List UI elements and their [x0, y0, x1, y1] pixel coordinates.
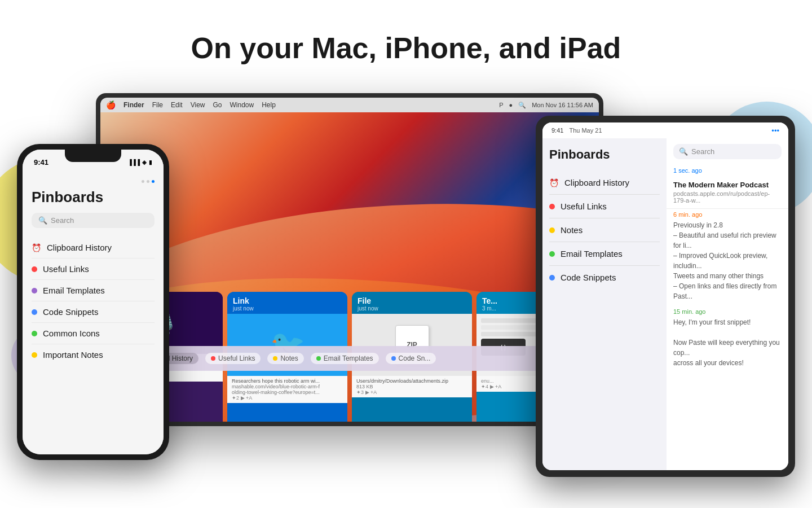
finder-menu[interactable]: Finder: [123, 101, 144, 109]
iphone-nav-code[interactable]: Code Snippets: [32, 301, 155, 323]
ipad-nav-email[interactable]: Email Templates: [549, 242, 660, 266]
notes-dot: [549, 227, 555, 233]
iphone-screen: 9:41 ▐▐▐ ◈ ▮ Pinboards: [23, 150, 164, 454]
clock-icon: ⏰: [32, 243, 41, 252]
ipad-nav-links[interactable]: Useful Links: [549, 195, 660, 218]
help-menu[interactable]: Help: [262, 101, 276, 109]
edit-menu[interactable]: Edit: [171, 101, 183, 109]
go-menu[interactable]: Go: [213, 101, 222, 109]
snippet-1-url: podcasts.apple.com/ru/podcast/ep-179-a-w…: [673, 190, 782, 204]
macbook-outer: 🍎 Finder File Edit View Go Window Help P…: [96, 93, 603, 426]
nav-label-code: Code Snippets: [43, 307, 98, 317]
ipad-nav-label-code: Code Snippets: [561, 273, 616, 282]
email-dot: [316, 356, 321, 361]
iphone-outer: 9:41 ▐▐▐ ◈ ▮ Pinboards: [17, 144, 169, 460]
menubar-right: P ● 🔍 Mon Nov 16 11:56 AM: [499, 102, 593, 109]
important-dot: [32, 352, 37, 358]
ipad-body: Pinboards ⏰ Clipboard History Useful Lin…: [542, 138, 788, 470]
search-icon[interactable]: 🔍: [518, 102, 526, 109]
ipad-snippet-3[interactable]: Hey, I'm your first snippet! Now Paste w…: [667, 317, 788, 373]
iphone-search-bar[interactable]: 🔍 Search: [32, 213, 155, 228]
code-dot: [549, 275, 555, 281]
view-menu[interactable]: View: [191, 101, 205, 109]
ipad-search-bar[interactable]: 🔍 Search: [673, 144, 782, 159]
email-dot: [549, 251, 555, 257]
ipad-statusbar: 9:41 Thu May 21 •••: [542, 122, 788, 138]
ipad-search-placeholder: Search: [691, 147, 714, 156]
code-dot: [32, 309, 37, 315]
code-tab-label: Code Sn...: [399, 354, 431, 362]
snippet-1-title: The Modern Maker Podcast: [673, 181, 782, 189]
iphone-time: 9:41: [34, 158, 48, 167]
macbook-screen: 🍎 Finder File Edit View Go Window Help P…: [100, 98, 599, 422]
clock-datetime: Mon Nov 16 11:56 AM: [532, 102, 593, 108]
links-dot: [32, 266, 37, 272]
toolbar-tab-email[interactable]: Email Templates: [311, 353, 379, 364]
nav-label-icons: Common Icons: [43, 329, 100, 338]
iphone-content: Pinboards 🔍 Search ⏰ Clipboard History U…: [23, 174, 164, 454]
battery-icon: ▮: [149, 159, 152, 165]
macbook-device: 🍎 Finder File Edit View Go Window Help P…: [96, 93, 603, 443]
ipad-date: Thu May 21: [569, 127, 602, 134]
pinboard-icon: P: [499, 102, 503, 108]
nav-label-clipboard: Clipboard History: [47, 243, 112, 252]
iphone-nav-clipboard[interactable]: ⏰ Clipboard History: [32, 237, 155, 259]
toolbar-tab-code[interactable]: Code Sn...: [386, 353, 436, 364]
email-tab-label: Email Templates: [324, 354, 373, 362]
iphone-nav-important[interactable]: Important Notes: [32, 344, 155, 365]
page-title: On your Mac, iPhone, and iPad: [0, 0, 812, 93]
iphone-nav-links[interactable]: Useful Links: [32, 259, 155, 280]
iphone-notch: [65, 150, 121, 162]
ipad-snippet-2[interactable]: Previously in 2.8 – Beautiful and useful…: [667, 220, 788, 306]
ipad-sidebar: Pinboards ⏰ Clipboard History Useful Lin…: [542, 138, 667, 470]
ipad-nav-label-notes: Notes: [561, 225, 582, 235]
nav-label-important: Important Notes: [43, 350, 103, 360]
ipad-nav-code[interactable]: Code Snippets: [549, 266, 660, 289]
toolbar-tab-links[interactable]: Useful Links: [205, 353, 261, 364]
notes-dot: [273, 356, 277, 361]
ipad-device: 9:41 Thu May 21 ••• Pinboards ⏰ Clipboar…: [536, 116, 795, 477]
wifi-icon: ●: [509, 102, 513, 108]
macbook-wallpaper: 🔍 Clipboard History Useful Links Notes: [100, 112, 599, 422]
email-dot: [32, 288, 37, 294]
iphone-nav-email[interactable]: Email Templates: [32, 280, 155, 301]
iphone-dots: [32, 180, 155, 183]
iphone-nav-icons[interactable]: Common Icons: [32, 323, 155, 344]
macbook-menubar: 🍎 Finder File Edit View Go Window Help P…: [100, 98, 599, 112]
ipad-nav-label-links: Useful Links: [561, 202, 607, 211]
dot-3: [152, 180, 155, 183]
links-tab-label: Useful Links: [218, 354, 255, 362]
window-menu[interactable]: Window: [230, 101, 254, 109]
ipad-nav-notes[interactable]: Notes: [549, 218, 660, 242]
ipad-snippet-1[interactable]: The Modern Maker Podcast podcasts.apple.…: [667, 176, 788, 209]
wifi-icon: ◈: [142, 159, 147, 165]
devices-container: 🍎 Finder File Edit View Go Window Help P…: [0, 93, 812, 500]
ipad-status-icons: •••: [771, 126, 779, 135]
ipad-nav-label-clipboard: Clipboard History: [564, 178, 629, 187]
ipad-outer: 9:41 Thu May 21 ••• Pinboards ⏰ Clipboar…: [536, 116, 795, 477]
links-dot: [211, 356, 215, 361]
ipad-nav-clipboard[interactable]: ⏰ Clipboard History: [549, 171, 660, 195]
dot-2: [147, 180, 149, 183]
notes-tab-label: Notes: [280, 354, 298, 362]
iphone-device: 9:41 ▐▐▐ ◈ ▮ Pinboards: [17, 144, 169, 460]
code-dot: [391, 356, 396, 361]
ipad-nav-label-email: Email Templates: [561, 249, 623, 259]
file-menu[interactable]: File: [152, 101, 163, 109]
signal-icon: ▐▐▐: [128, 159, 140, 165]
toolbar-tab-notes[interactable]: Notes: [267, 353, 303, 364]
nav-label-links: Useful Links: [43, 264, 89, 274]
icons-dot: [32, 331, 37, 336]
ipad-time: 9:41: [551, 127, 563, 134]
apple-logo-icon: 🍎: [106, 100, 116, 110]
search-placeholder: Search: [51, 216, 74, 225]
ipad-main: 🔍 Search 1 sec. ago The Modern Maker Pod…: [667, 138, 788, 470]
ipad-screen: 9:41 Thu May 21 ••• Pinboards ⏰ Clipboar…: [542, 122, 788, 470]
ipad-app-title: Pinboards: [549, 147, 660, 162]
iphone-app-title: Pinboards: [32, 189, 155, 206]
search-icon: 🔍: [38, 216, 47, 225]
iphone-status-icons: ▐▐▐ ◈ ▮: [128, 159, 152, 165]
ipad-timestamp-3: 15 min. ago: [667, 306, 788, 317]
nav-label-email: Email Templates: [43, 286, 105, 295]
ellipsis-icon: •••: [771, 126, 779, 135]
